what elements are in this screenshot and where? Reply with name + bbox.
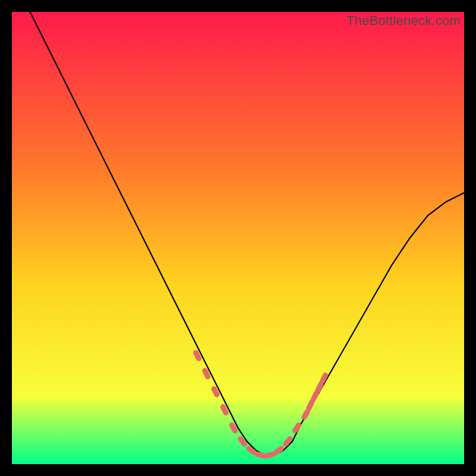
- attribution-text: TheBottleneck.com: [346, 13, 461, 29]
- chart-frame: TheBottleneck.com: [12, 12, 464, 464]
- gradient-background: [12, 12, 464, 464]
- bottleneck-chart: [12, 12, 464, 464]
